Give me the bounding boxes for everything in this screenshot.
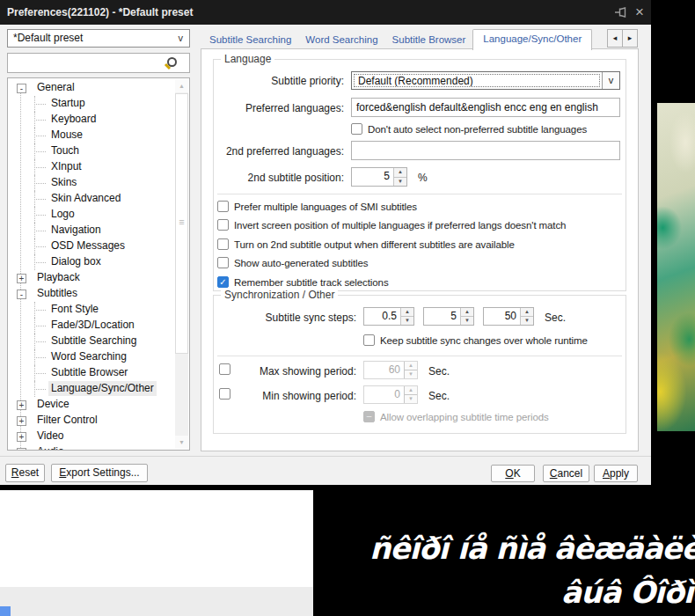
tree-item-language-sync-other[interactable]: Language/Sync/Other (8, 381, 189, 397)
tree-item-logo[interactable]: Logo (8, 207, 189, 223)
period-enable-checkbox[interactable] (219, 363, 230, 375)
tree-item-audio[interactable]: +Audio (8, 444, 189, 451)
collapse-icon[interactable]: - (17, 84, 26, 93)
tree-item-word-searching[interactable]: Word Searching (8, 349, 189, 365)
tree-item-subtitle-searching[interactable]: Subtitle Searching (8, 334, 189, 349)
checkbox[interactable] (217, 276, 229, 288)
stepper-buttons[interactable] (460, 308, 473, 325)
tree-item-label: Logo (48, 207, 77, 222)
option-invert-screen-position-of-multiple-languages-if-preferred-langs-doesn-t-match[interactable]: Invert screen position of multiple langu… (217, 219, 566, 231)
spin-down-icon[interactable] (461, 317, 473, 325)
spin-down-icon[interactable] (521, 317, 533, 325)
expand-icon[interactable]: + (17, 400, 26, 410)
option-show-auto-generated-subtitles[interactable]: Show auto-generated subtitles (217, 257, 368, 268)
chevron-down-icon[interactable] (602, 72, 619, 89)
spin-up-icon[interactable] (461, 308, 473, 317)
spin-up-icon[interactable] (401, 308, 413, 317)
preferred-languages-input[interactable]: forced&english default&english encc eng … (351, 98, 620, 117)
tree-item-mouse[interactable]: Mouse (8, 128, 189, 143)
period-enable-checkbox[interactable] (219, 388, 230, 400)
stepper-buttons[interactable] (400, 308, 413, 325)
period-stepper: 0 (363, 385, 418, 404)
stepper-buttons[interactable] (520, 308, 533, 325)
checkbox[interactable] (363, 334, 375, 346)
tree-item-dialog-box[interactable]: Dialog box (8, 254, 189, 270)
close-icon[interactable] (632, 2, 647, 23)
expand-icon[interactable]: + (17, 448, 26, 451)
keep-sync-changes-option[interactable]: Keep subtitle sync changes over whole ru… (363, 334, 588, 346)
titlebar: Preferences(221102) - *Default preset (0, 0, 651, 25)
preset-dropdown[interactable]: *Default preset (7, 29, 190, 48)
no-auto-select-option[interactable]: Don't auto select non-preferred subtitle… (351, 123, 587, 135)
tree-item-video[interactable]: +Video (8, 429, 189, 444)
tab-subtitle-searching[interactable]: Subtitle Searching (202, 31, 298, 49)
checkbox[interactable] (219, 363, 230, 375)
tree-item-device[interactable]: +Device (8, 397, 189, 413)
tree-item-playback[interactable]: +Playback (8, 270, 189, 286)
spin-down-icon[interactable] (401, 317, 413, 325)
tab-subtitle-browser[interactable]: Subtitle Browser (385, 31, 473, 49)
tree-item-general[interactable]: -General (8, 80, 189, 96)
checkbox[interactable] (217, 201, 229, 212)
tree-item-navigation[interactable]: Navigation (8, 223, 189, 238)
checkbox[interactable] (217, 219, 229, 231)
checkbox[interactable] (217, 238, 229, 250)
stepper-buttons[interactable] (393, 168, 406, 186)
tree-item-subtitle-browser[interactable]: Subtitle Browser (8, 365, 189, 381)
cancel-button[interactable]: Cancel (543, 465, 589, 482)
subtitle-priority-combobox[interactable]: Default (Recommended) (351, 71, 620, 90)
taskbar-strip (0, 587, 313, 616)
tree-item-osd-messages[interactable]: OSD Messages (8, 238, 189, 254)
second-preferred-languages-input[interactable] (351, 141, 620, 160)
sync-step-stepper-2[interactable]: 5 (423, 307, 474, 326)
tab-word-searching[interactable]: Word Searching (298, 31, 384, 49)
search-input[interactable] (7, 53, 190, 73)
tree-item-xinput[interactable]: XInput (8, 159, 189, 175)
tree-item-skins[interactable]: Skins (8, 175, 189, 191)
option-remember-subtitle-track-selections[interactable]: Remember subtitle track selections (217, 276, 389, 288)
export-settings-button[interactable]: Export Settings... (51, 464, 148, 482)
checkbox[interactable] (351, 123, 362, 135)
spin-down-icon[interactable] (394, 178, 406, 187)
sync-step-stepper-3[interactable]: 50 (483, 307, 534, 326)
tab-page-language-sync-other: Language Subtitle priority: Default (Rec… (201, 48, 639, 451)
sync-steps-label: Subtitle sync steps: (214, 312, 356, 324)
preset-dropdown-value: *Default preset (13, 30, 83, 47)
ok-button[interactable]: OK (491, 465, 535, 482)
tree-item-filter-control[interactable]: +Filter Control (8, 413, 189, 429)
reset-button[interactable]: Reset (5, 464, 45, 482)
checkbox[interactable] (217, 257, 229, 268)
checkbox-label: Remember subtitle track selections (234, 277, 389, 288)
period-unit-label: Sec. (428, 365, 450, 378)
checkbox[interactable] (219, 388, 230, 400)
tree-item-label: Playback (34, 270, 83, 285)
tree-item-touch[interactable]: Touch (8, 143, 189, 159)
expand-icon[interactable]: + (17, 416, 26, 426)
checkbox-label: Show auto-generated subtitles (234, 258, 368, 268)
tree-item-subtitles[interactable]: -Subtitles (8, 286, 189, 302)
apply-button[interactable]: Apply (594, 465, 638, 482)
expand-icon[interactable]: + (17, 274, 26, 283)
tab-scroll-left-button[interactable] (607, 29, 623, 48)
pin-icon[interactable] (614, 6, 628, 18)
option-turn-on-2nd-subtitle-output-when-different-subtitles-are-available[interactable]: Turn on 2nd subtitle output when differe… (217, 238, 515, 250)
tree-item-fade-3d-location[interactable]: Fade/3D/Location (8, 318, 189, 334)
expand-icon[interactable]: + (17, 432, 26, 442)
spin-up-icon[interactable] (394, 168, 406, 178)
screen: ñêîðî íå ñìå âèæäàëè ä âúâ Ôîðìà Prefere… (0, 0, 695, 616)
tab-scroll-right-button[interactable] (622, 29, 638, 48)
second-subtitle-position-stepper[interactable]: 5 (351, 167, 407, 187)
tree-item-startup[interactable]: Startup (8, 96, 189, 112)
settings-tree[interactable]: -GeneralStartupKeyboardMouseTouchXInputS… (7, 77, 190, 451)
preferred-languages-label: Preferred languages: (214, 102, 344, 114)
spin-up-icon[interactable] (521, 308, 533, 317)
tree-item-label: Subtitle Browser (48, 365, 130, 380)
sync-step-stepper-1[interactable]: 0.5 (363, 307, 414, 326)
tab-language-sync-other[interactable]: Language/Sync/Other (472, 29, 592, 50)
tree-item-skin-advanced[interactable]: Skin Advanced (8, 191, 189, 207)
tree-item-font-style[interactable]: Font Style (8, 302, 189, 318)
tree-item-keyboard[interactable]: Keyboard (8, 112, 189, 128)
collapse-icon[interactable]: - (17, 290, 26, 299)
option-prefer-multiple-languages-of-smi-subtitles[interactable]: Prefer multiple languages of SMI subtitl… (217, 201, 417, 212)
sync-group: Synchronization / Other Subtitle sync st… (213, 295, 626, 434)
